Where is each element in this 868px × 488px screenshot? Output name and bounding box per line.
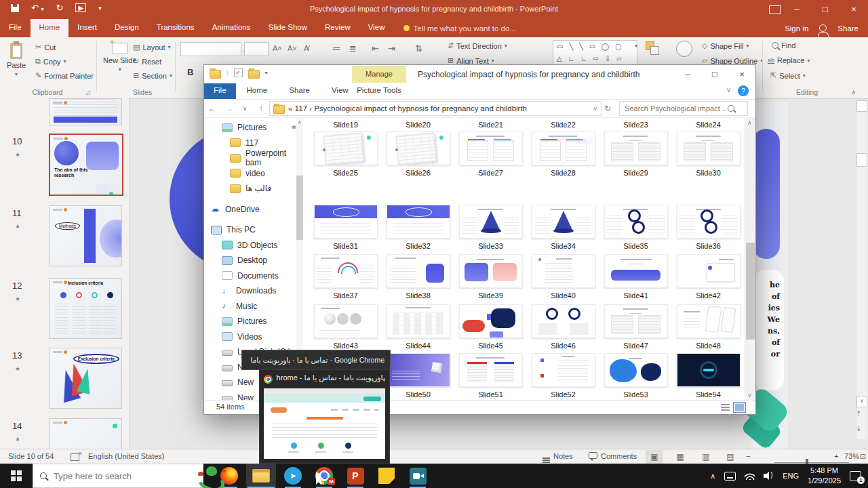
file-item[interactable]: Slide21	[454, 117, 527, 129]
nav-item[interactable]: video	[204, 166, 306, 182]
shape-fill-button[interactable]: ◇ Shape Fill▾	[702, 41, 749, 50]
up-icon[interactable]: ↑	[253, 104, 269, 113]
nav-item[interactable]: Powerpoint bam	[204, 150, 306, 166]
taskbar-media-app[interactable]	[403, 464, 433, 488]
file-item[interactable]: Slide28	[527, 131, 599, 177]
slide-thumbnail[interactable]: Methods	[49, 205, 122, 266]
slide-thumbnail[interactable]: Inclusion criteria	[49, 278, 122, 339]
slide-sorter-view-button[interactable]: ▦	[671, 450, 689, 464]
scroll-up-arrow[interactable]	[856, 100, 867, 112]
grid-scrollbar-thumb[interactable]	[746, 243, 755, 340]
file-item[interactable]: Slide31	[309, 205, 382, 250]
decrease-indent-icon[interactable]: ⇤	[372, 43, 379, 54]
tray-expand-icon[interactable]: ∧	[710, 472, 715, 481]
slide-thumbnail[interactable]	[49, 418, 122, 449]
nav-item[interactable]: Pictures	[204, 314, 306, 329]
shrink-font-icon[interactable]: A˅	[288, 44, 297, 52]
reading-view-button[interactable]: ▥	[697, 450, 715, 464]
layout-button[interactable]: ▤Layout ▾	[133, 43, 170, 52]
bullets-icon[interactable]: ≔	[332, 43, 341, 54]
minimize-button[interactable]: –	[783, 0, 811, 19]
explorer-minimize-button[interactable]: –	[674, 65, 701, 83]
arrange-icon[interactable]	[646, 41, 654, 50]
manage-contextual-tab[interactable]: Manage	[352, 66, 406, 83]
file-item[interactable]: Slide22	[527, 117, 599, 129]
nav-item[interactable]: Documents	[204, 268, 306, 284]
file-item[interactable]: Slide44	[382, 304, 454, 350]
normal-view-button[interactable]: ▣	[646, 450, 663, 464]
nav-item[interactable]: Music	[204, 299, 306, 314]
file-item[interactable]: Slide40	[527, 254, 599, 300]
file-item[interactable]: Slide48	[672, 304, 745, 350]
line-spacing-icon[interactable]: ⇅	[415, 43, 422, 54]
close-button[interactable]: ×	[840, 0, 868, 19]
file-item[interactable]: Slide25	[309, 131, 382, 177]
back-icon[interactable]: ←	[204, 104, 220, 113]
nav-scroll-up-icon[interactable]: ∧	[298, 119, 302, 125]
breadcrumb-path[interactable]: « 117 › Psychological impact of hypnosis…	[288, 104, 527, 113]
previous-slide-button[interactable]: ⤒	[857, 409, 860, 418]
find-button[interactable]: Find	[772, 41, 795, 49]
touch-keyboard-icon[interactable]	[724, 472, 736, 481]
collapse-ribbon-icon[interactable]: ∧	[851, 89, 856, 96]
explorer-maximize-button[interactable]: □	[701, 65, 728, 83]
action-center-icon[interactable]: 1	[850, 471, 861, 481]
fit-to-window-icon[interactable]: ⊡	[860, 452, 866, 461]
taskbar-file-explorer[interactable]	[246, 464, 276, 488]
explorer-menu-tab[interactable]: Share	[278, 83, 321, 99]
cut-button[interactable]: ✂Cut	[35, 43, 56, 52]
sign-in-link[interactable]: Sign in	[785, 24, 808, 33]
ribbon-tab[interactable]: Design	[106, 19, 148, 37]
slide-thumbnail[interactable]: Exclusion criteria	[49, 348, 122, 409]
speaker-icon[interactable]: )	[764, 472, 774, 480]
ribbon-tab[interactable]: Animations	[203, 19, 260, 37]
file-item[interactable]: Slide39	[454, 254, 527, 300]
file-item[interactable]: Slide32	[382, 205, 454, 250]
zoom-in-button[interactable]: +	[834, 452, 838, 460]
taskbar-chrome[interactable]: M	[309, 464, 339, 488]
chrome-preview-popup[interactable]: پاورپوینت باما - تماس با ما - Google Chr…	[259, 369, 390, 464]
text-direction-button[interactable]: ⇵ Text Direction▾	[448, 41, 507, 50]
next-slide-button[interactable]: ⤓	[857, 424, 860, 432]
thumbnails-view-icon[interactable]	[733, 402, 746, 413]
zoom-slider[interactable]	[774, 462, 849, 463]
share-button[interactable]: Share	[837, 24, 859, 33]
wifi-icon[interactable]	[745, 472, 755, 480]
font-name-combobox[interactable]	[180, 42, 241, 56]
section-button[interactable]: ⊟Section ▾	[133, 71, 172, 80]
file-item[interactable]: Slide26	[382, 131, 454, 177]
file-item[interactable]: Slide54	[672, 353, 745, 399]
ribbon-tab[interactable]: Transitions	[148, 19, 203, 37]
nav-item[interactable]: Downloads	[204, 283, 306, 299]
nav-item[interactable]: OneDrive	[204, 202, 306, 218]
folder-icon[interactable]	[248, 70, 260, 79]
ribbon-tab[interactable]: View	[359, 19, 394, 37]
slide-thumbnail[interactable]: The aim of this research	[49, 134, 123, 196]
clock[interactable]: 5:48 PM 1/29/2025	[808, 466, 841, 486]
file-item[interactable]: Slide45	[454, 304, 527, 350]
details-view-icon[interactable]	[721, 404, 730, 411]
taskbar-search[interactable]	[33, 464, 203, 488]
nav-item[interactable]: Desktop	[204, 253, 306, 268]
file-item[interactable]: Slide47	[599, 304, 672, 350]
slide-thumbnail[interactable]	[49, 98, 122, 125]
nav-item[interactable]: 3D Objects	[204, 238, 306, 253]
picture-tools-tab[interactable]: Picture Tools	[352, 83, 406, 94]
ribbon-tab[interactable]: Insert	[68, 19, 106, 37]
help-icon[interactable]: ?	[738, 85, 749, 96]
ribbon-tab[interactable]: Home	[31, 19, 69, 37]
grid-scroll-up-icon[interactable]: ∧	[747, 119, 752, 126]
comments-button[interactable]: Comments	[589, 452, 637, 460]
file-item[interactable]: Slide53	[599, 353, 672, 399]
chrome-preview-thumbnail[interactable]	[264, 388, 385, 459]
taskbar-telegram[interactable]: ➤	[278, 464, 308, 488]
file-item[interactable]: Slide30	[672, 131, 745, 177]
clipboard-dialog-launcher[interactable]: ◿	[85, 89, 90, 96]
file-item[interactable]: Slide41	[599, 254, 672, 300]
nav-item[interactable]: Videos	[204, 329, 306, 345]
shapes-scroll-icon[interactable]: ▾	[635, 43, 637, 49]
file-item[interactable]: Slide51	[454, 353, 527, 399]
recent-locations-icon[interactable]: ∨	[237, 105, 253, 112]
slide-scrollbar[interactable]	[856, 100, 867, 439]
bold-button[interactable]: B	[187, 67, 193, 77]
